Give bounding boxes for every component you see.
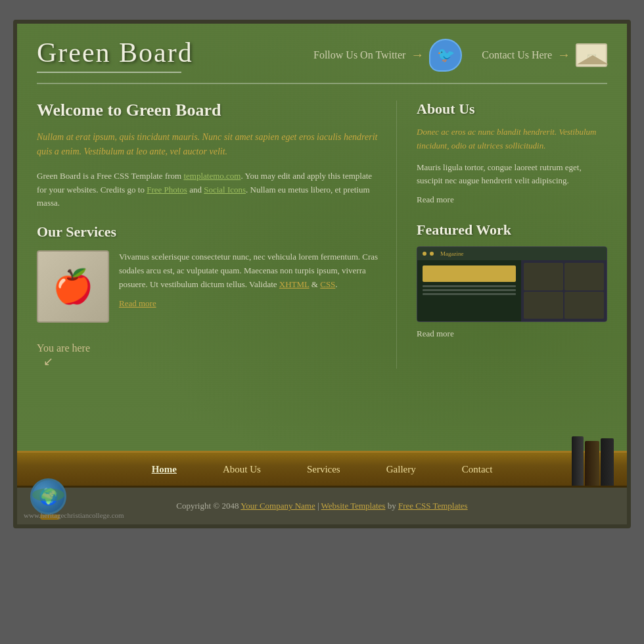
featured-section: Featured Work Magazine	[417, 221, 607, 339]
welcome-body: Green Board is a Free CSS Template from …	[37, 170, 383, 210]
about-title: About Us	[417, 101, 607, 118]
book1-icon	[572, 436, 584, 486]
about-read-more[interactable]: Read more	[417, 195, 607, 205]
footer: 🌍 Copyright © 2048 Your Company Name | W…	[17, 488, 627, 524]
services-section: Our Services 🍎 Vivamus scelerisque conse…	[37, 223, 383, 323]
fi-block1	[524, 263, 563, 290]
site-title: Green Board	[37, 37, 193, 68]
welcome-title: Welcome to Green Board	[37, 101, 383, 120]
free-css-link[interactable]: Free CSS Templates	[398, 501, 468, 511]
left-column: Welcome to Green Board Nullam at erat ip…	[37, 101, 397, 369]
fi-line1	[423, 285, 516, 287]
services-text3: .	[335, 279, 337, 289]
welcome-text3: and	[187, 185, 204, 195]
about-body: Mauris ligula tortor, congue laoreet rut…	[417, 161, 607, 189]
welcome-section: Welcome to Green Board Nullam at erat ip…	[37, 101, 383, 210]
twitter-follow[interactable]: Follow Us On Twitter →	[313, 39, 462, 72]
fi-block2	[564, 263, 604, 290]
footer-by: by	[385, 501, 398, 511]
header-right: Follow Us On Twitter → Contact Us Here →…	[313, 39, 607, 72]
featured-image-inner: Magazine	[417, 247, 607, 321]
fi-right	[521, 260, 607, 321]
services-text1: Vivamus scelerisque consectetur nunc, ne…	[119, 252, 378, 289]
nav-item-home[interactable]: Home	[129, 453, 200, 486]
fi-body	[417, 260, 607, 321]
you-are-here: You are here	[37, 342, 383, 369]
book3-icon	[601, 438, 614, 486]
fi-block4	[564, 292, 604, 319]
contact-us[interactable]: Contact Us Here → ✉	[482, 43, 607, 67]
fi-line2	[423, 289, 516, 291]
services-text-block: Vivamus scelerisque consectetur nunc, ne…	[119, 250, 383, 310]
fi-dot1	[423, 252, 426, 256]
fi-card	[423, 265, 516, 282]
footer-sep: |	[315, 501, 321, 511]
templatemo-link[interactable]: templatemo.com	[183, 171, 241, 181]
contact-label: Contact Us Here	[482, 49, 552, 61]
logo-underline	[37, 72, 181, 73]
right-column: About Us Donec ac eros ac nunc blandit h…	[417, 101, 607, 369]
site-header: Green Board Follow Us On Twitter → Conta…	[37, 37, 607, 84]
arrow-right-icon: →	[411, 47, 424, 62]
footer-copyright: Copyright © 2048	[176, 501, 241, 511]
fi-title: Magazine	[440, 250, 463, 257]
main-wrapper: Green Board Follow Us On Twitter → Conta…	[13, 20, 631, 528]
about-section: About Us Donec ac eros ac nunc blandit h…	[417, 101, 607, 205]
mail-icon[interactable]: ✉	[576, 43, 607, 67]
featured-title: Featured Work	[417, 221, 607, 239]
fi-dot2	[430, 252, 434, 256]
welcome-italic: Nullam at erat ipsum, quis tincidunt mau…	[37, 130, 383, 160]
fi-left	[417, 260, 521, 321]
services-title: Our Services	[37, 223, 383, 241]
services-content: 🍎 Vivamus scelerisque consectetur nunc, …	[37, 250, 383, 323]
nav-item-contact[interactable]: Contact	[439, 453, 516, 486]
nav-item-about[interactable]: About Us	[200, 453, 284, 486]
main-content: Welcome to Green Board Nullam at erat ip…	[37, 101, 607, 369]
featured-image: Magazine	[417, 246, 607, 322]
website-templates-link[interactable]: Website Templates	[321, 501, 386, 511]
services-image: 🍎	[37, 250, 109, 323]
free-photos-link[interactable]: Free Photos	[147, 185, 187, 195]
chalkboard: Green Board Follow Us On Twitter → Conta…	[17, 24, 627, 451]
nav-inner: Home About Us Services Gallery Contact	[17, 453, 627, 486]
books-decoration	[572, 433, 614, 486]
twitter-bird-icon[interactable]	[429, 39, 462, 72]
nav-item-gallery[interactable]: Gallery	[363, 453, 439, 486]
about-italic: Donec ac eros ac nunc blandit hendrerit.…	[417, 126, 607, 153]
featured-read-more[interactable]: Read more	[417, 329, 607, 339]
you-are-here-text: You are here	[37, 342, 90, 354]
footer-text: Copyright © 2048 Your Company Name | Web…	[30, 501, 614, 511]
fi-header: Magazine	[417, 247, 607, 260]
website-url: www.heritagechristiancollege.com	[24, 511, 124, 519]
arrow-right-icon2: →	[557, 47, 570, 62]
book2-icon	[585, 441, 599, 486]
twitter-label: Follow Us On Twitter	[313, 49, 405, 61]
fi-block3	[524, 292, 563, 319]
services-body: Vivamus scelerisque consectetur nunc, ne…	[119, 250, 383, 291]
xhtml-link[interactable]: XHTML	[279, 279, 310, 289]
nav-item-services[interactable]: Services	[284, 453, 363, 486]
logo-area: Green Board	[37, 37, 193, 73]
nav-bar: Home About Us Services Gallery Contact	[17, 451, 627, 488]
social-icons-link[interactable]: Social Icons	[204, 185, 246, 195]
css-link[interactable]: CSS	[320, 279, 335, 289]
services-read-more[interactable]: Read more	[119, 297, 383, 311]
services-text2: &	[310, 279, 321, 289]
welcome-text1: Green Board is a Free CSS Template from	[37, 171, 183, 181]
globe-icon: 🌍	[30, 478, 66, 515]
fi-line3	[423, 293, 516, 295]
apple-icon: 🍎	[53, 267, 93, 306]
company-link[interactable]: Your Company Name	[241, 501, 315, 511]
